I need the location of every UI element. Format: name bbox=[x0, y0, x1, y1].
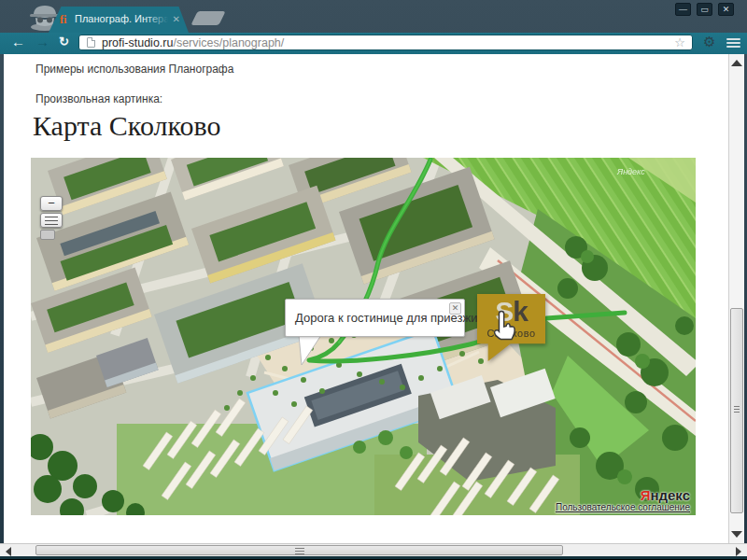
attribution: Яндекс Пользовательское соглашение bbox=[556, 489, 690, 512]
minimize-button[interactable]: — bbox=[675, 3, 691, 16]
new-tab-button[interactable] bbox=[190, 11, 225, 25]
hand-cursor-icon bbox=[490, 310, 518, 343]
maximize-button[interactable]: ▭ bbox=[697, 3, 712, 16]
tab-close-icon[interactable]: ✕ bbox=[173, 14, 180, 24]
address-bar[interactable]: profi-studio.ru/services/planograph/ ☆ bbox=[78, 35, 693, 50]
reload-button[interactable]: ↻ bbox=[59, 35, 69, 49]
page-content: Примеры использования Планографа Произво… bbox=[4, 54, 728, 543]
vertical-scrollbar[interactable] bbox=[728, 54, 744, 543]
forward-button[interactable]: → bbox=[35, 34, 49, 49]
back-button[interactable]: ← bbox=[11, 34, 25, 49]
bookmark-star-icon[interactable]: ☆ bbox=[674, 35, 685, 49]
yandex-logo: Яндекс bbox=[556, 489, 690, 502]
scroll-up-arrow[interactable] bbox=[731, 59, 742, 66]
tab-title-fade bbox=[146, 12, 174, 28]
map-layers-button[interactable] bbox=[40, 213, 63, 228]
layers-icon bbox=[41, 217, 62, 226]
page-title: Карта Сколково bbox=[33, 110, 220, 142]
url-path: /services/planograph/ bbox=[173, 36, 284, 49]
menu-icon[interactable] bbox=[726, 38, 740, 49]
zoom-out-button[interactable]: − bbox=[40, 196, 63, 211]
window-frame-bottom bbox=[0, 556, 747, 560]
map-zoom-control: − bbox=[40, 196, 64, 240]
skolkovo-map[interactable]: − Яндекс Дорога к гостинице для приезжих… bbox=[31, 158, 696, 515]
tooltip-close-icon[interactable]: ✕ bbox=[449, 302, 461, 315]
scroll-right-arrow[interactable] bbox=[736, 547, 741, 556]
intro-line: Примеры использования Планографа bbox=[35, 63, 233, 76]
horizontal-scroll-thumb[interactable] bbox=[35, 545, 563, 555]
page-icon bbox=[87, 37, 95, 48]
map-tooltip: Дорога к гостинице для приезжих ✕ bbox=[285, 299, 465, 337]
scroll-left-arrow[interactable] bbox=[6, 547, 11, 556]
user-agreement-link[interactable]: Пользовательское соглашение bbox=[556, 502, 690, 512]
url-text[interactable]: profi-studio.ru/services/planograph/ bbox=[102, 36, 284, 49]
close-button[interactable]: ✕ bbox=[718, 3, 734, 16]
horizontal-scrollbar[interactable] bbox=[0, 543, 747, 556]
caption-line: Произвольная картинка: bbox=[35, 92, 162, 105]
tooltip-tail bbox=[298, 336, 326, 367]
tab-favicon-icon: fi bbox=[60, 13, 66, 27]
vertical-scroll-thumb[interactable] bbox=[730, 308, 743, 513]
scroll-down-arrow[interactable] bbox=[731, 531, 742, 539]
browser-tab[interactable]: fi Планограф. Интерактив ✕ bbox=[49, 7, 189, 33]
zoom-slider-stub[interactable] bbox=[40, 230, 55, 240]
window-controls: — ▭ ✕ bbox=[675, 3, 734, 16]
url-host: profi-studio.ru bbox=[102, 36, 173, 49]
window-titlebar: fi Планограф. Интерактив ✕ — ▭ ✕ bbox=[0, 0, 747, 33]
gear-icon[interactable]: ⚙ bbox=[703, 34, 715, 50]
yandex-watermark: Яндекс bbox=[617, 167, 645, 176]
